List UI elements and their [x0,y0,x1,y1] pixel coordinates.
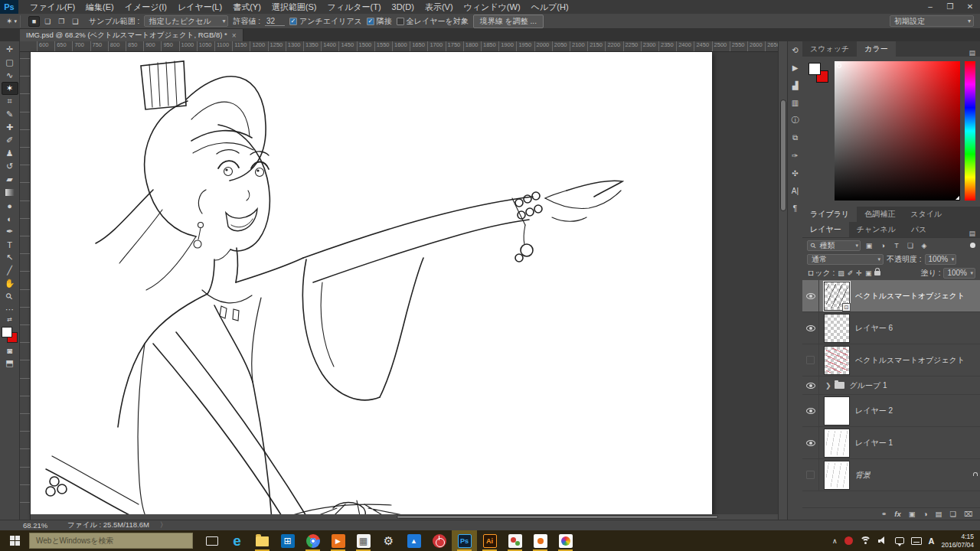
path-selection-tool[interactable]: ↖ [2,251,18,264]
zoom-level-input[interactable]: 68.21% [23,521,57,530]
hue-slider[interactable] [965,61,975,201]
type-tool[interactable]: T [2,238,18,251]
layer-row[interactable]: ⊡ベクトルスマートオブジェクト [802,280,980,312]
lasso-tool[interactable]: ∿ [2,69,18,82]
layer-row[interactable]: ベクトルスマートオブジェクト [802,344,980,377]
power-taskbar-button[interactable] [426,530,452,551]
hscroll-thumb[interactable] [397,515,718,519]
menu-item-3[interactable]: レイヤー(L) [172,0,227,14]
adjustment-layer-icon[interactable]: ◑ [923,510,928,518]
lock-transparency-icon[interactable]: ▨ [838,269,844,277]
menu-item-1[interactable]: 編集(E) [80,0,119,14]
menu-item-7[interactable]: 3D(D) [387,0,420,14]
tab-channels[interactable]: チャンネル [849,222,903,237]
tab-layers[interactable]: レイヤー [802,222,849,237]
layer-row[interactable]: レイヤー 2 [802,395,980,427]
visibility-toggle[interactable] [802,280,819,311]
info-panel-icon[interactable]: ⓘ [792,115,799,126]
layer-thumbnail[interactable] [824,396,850,425]
layer-row[interactable]: レイヤー 6 [802,312,980,344]
paragraph-panel-icon[interactable]: ¶ [793,203,797,214]
histogram-panel-icon[interactable]: ▟ [792,80,799,90]
history-brush-tool[interactable]: ↺ [2,160,18,173]
blend-mode-dropdown[interactable]: 通常 [807,254,884,265]
start-button[interactable] [0,530,29,551]
vscroll-thumb[interactable] [780,99,786,211]
task-view-taskbar-button[interactable] [199,530,224,551]
sample-size-dropdown[interactable]: 指定したピクセル [144,15,228,27]
line-tool[interactable]: ╱ [2,264,18,277]
delete-layer-icon[interactable]: ⌧ [964,510,972,518]
layer-thumbnail[interactable] [824,314,850,343]
anti-alias-checkbox[interactable]: ✓ アンチエイリアス [289,16,362,27]
panel-menu-icon[interactable]: ▤ [969,49,975,57]
clock[interactable]: 4:15 2016/07/04 [941,533,974,549]
color-swatches[interactable] [2,327,18,344]
paint-app-taskbar-button[interactable] [553,530,578,551]
security-tray-icon[interactable] [844,536,853,545]
chrome-taskbar-button[interactable] [300,530,325,551]
layer-thumbnail[interactable] [824,346,850,375]
actions-panel-icon[interactable]: ▶ [792,62,799,73]
vertical-scrollbar[interactable] [778,41,787,520]
minimize-button[interactable]: – [920,0,940,14]
rectangular-marquee-tool[interactable]: ▢ [2,56,18,69]
layer-row[interactable]: レイヤー 1 [802,427,980,459]
menu-item-2[interactable]: イメージ(I) [119,0,172,14]
filter-type-icon[interactable]: T [891,242,902,249]
dodge-tool[interactable]: ◐ [2,212,18,225]
settings-taskbar-button[interactable]: ⚙ [376,530,401,551]
menu-item-10[interactable]: ヘルプ(H) [526,0,574,14]
workspace-dropdown[interactable]: 初期設定 [890,15,974,27]
wifi-icon[interactable] [860,536,871,545]
clone-source-panel-icon[interactable]: ⧉ [792,132,798,143]
gradient-tool[interactable] [2,186,18,199]
refine-edge-button[interactable]: 境界線 を調整 ... [473,15,544,28]
tab-paths[interactable]: パス [903,222,934,237]
swap-colors-icon[interactable]: ⇄ [7,316,12,324]
new-selection-button[interactable]: ■ [28,16,40,27]
doc-app-taskbar-button[interactable] [528,530,553,551]
spot-healing-brush-tool[interactable]: ✚ [2,121,18,134]
zoom-tool[interactable]: ⚲ [2,290,18,303]
map-app-taskbar-button[interactable] [502,530,528,551]
new-layer-icon[interactable]: ❏ [950,510,957,518]
layer-mask-icon[interactable]: ▣ [909,510,916,518]
intersect-selection-button[interactable]: ❑ [70,16,81,27]
layer-thumbnail[interactable] [824,461,850,490]
filter-toggle-icon[interactable] [970,243,975,248]
visibility-toggle[interactable] [802,427,819,458]
touch-keyboard-icon[interactable] [911,537,922,545]
brush-tool[interactable]: ✐ [2,134,18,147]
lock-pixels-icon[interactable]: ✐ [848,269,854,277]
blur-tool[interactable]: ● [2,199,18,212]
magic-wand-tool[interactable]: ✶ [2,82,18,95]
tray-expand-icon[interactable]: ∧ [832,537,838,545]
character-panel-icon[interactable]: A| [792,185,799,196]
filter-adjustment-icon[interactable]: ◑ [877,242,888,249]
restore-button[interactable]: ❐ [940,0,960,14]
layer-row[interactable]: ❯グループ 1 [802,377,980,395]
all-layers-checkbox[interactable]: 全レイヤーを対象 [397,16,469,27]
fill-input[interactable]: 100% [943,268,975,279]
add-selection-button[interactable]: ❏ [42,16,54,27]
lock-all-icon[interactable] [874,269,880,277]
status-options-chevron[interactable]: 〉 [160,520,168,530]
tab-color[interactable]: カラー [857,41,895,57]
brush-panel-panel-icon[interactable]: ✑ [792,150,798,161]
visibility-toggle[interactable] [802,459,819,491]
visibility-toggle[interactable] [802,344,819,376]
tab-swatches[interactable]: スウォッチ [802,41,857,57]
opacity-input[interactable]: 100% [925,254,957,265]
screen-mode-button[interactable]: ⬒ [2,357,18,370]
tool-preset-picker[interactable]: ✶▾ [3,15,21,28]
visibility-toggle[interactable] [802,377,819,394]
apps-grid-taskbar-button[interactable]: ▦ [351,530,376,551]
visibility-toggle[interactable] [802,395,819,426]
more-tools-tool[interactable]: ⋯ [2,303,18,316]
layer-style-icon[interactable]: fx [894,510,900,518]
filter-smart-object-icon[interactable]: ◈ [919,242,929,249]
group-expand-icon[interactable]: ❯ [825,382,831,390]
foreground-color-swatch[interactable] [808,63,821,75]
document-canvas[interactable] [31,52,712,520]
